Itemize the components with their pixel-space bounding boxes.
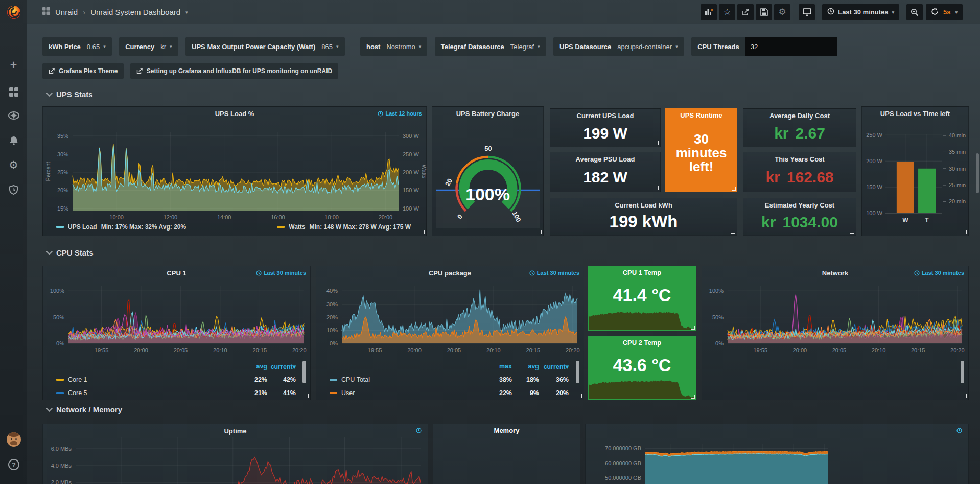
svg-text:0%: 0%: [330, 340, 338, 347]
variable-kwh-price[interactable]: kWh Price0.65▾: [42, 37, 112, 56]
svg-text:20:00: 20:00: [379, 214, 393, 220]
svg-text:4.0 MBs: 4.0 MBs: [51, 463, 72, 469]
legend-scrollbar[interactable]: [576, 361, 579, 383]
svg-text:20:15: 20:15: [526, 347, 541, 353]
breadcrumb-dashboard-title[interactable]: Unraid System Dashboard: [90, 8, 180, 16]
svg-text:250 W: 250 W: [403, 151, 419, 157]
panel-cpu2: Network Last 30 minutes 19:5520:0020:052…: [702, 266, 969, 400]
svg-text:15%: 15%: [57, 205, 68, 212]
link-grafana-plex-theme[interactable]: Grafana Plex Theme: [42, 63, 124, 79]
legend-row[interactable]: [702, 386, 968, 400]
section-ups-stats[interactable]: UPS Stats: [47, 90, 93, 99]
svg-text:20:00: 20:00: [793, 347, 807, 353]
svg-text:150 W: 150 W: [403, 187, 419, 193]
user-avatar[interactable]: [7, 432, 21, 447]
svg-text:30%: 30%: [326, 301, 338, 307]
dashboards-icon[interactable]: [0, 85, 27, 99]
share-button[interactable]: [737, 4, 754, 20]
svg-text:Watts: Watts: [421, 165, 427, 179]
panel-current-ups-load: Current UPS Load 199 W: [550, 108, 661, 147]
link-ups-monitoring-guide[interactable]: Setting up Grafana and InfluxDB for UPS …: [130, 63, 338, 79]
svg-text:20 min: 20 min: [949, 198, 966, 204]
refresh-interval-label: 5s: [943, 8, 950, 16]
cycle-view-mode-button[interactable]: [799, 4, 815, 20]
svg-text:25 min: 25 min: [949, 182, 966, 188]
legend-row[interactable]: User22%9%20%: [316, 386, 584, 400]
panel-cpu1-temp: CPU 1 Temp 41.4 °C: [588, 266, 696, 331]
svg-text:0%: 0%: [56, 340, 64, 347]
svg-text:30 min: 30 min: [949, 166, 966, 172]
stat-value: 199 kWh: [610, 209, 678, 235]
stat-value: 30 minutes left!: [665, 119, 737, 192]
explore-compass-icon[interactable]: [0, 109, 27, 122]
legend-row[interactable]: Core 521%41%: [43, 386, 310, 400]
legend-row[interactable]: [844, 477, 964, 484]
variable-ups-max-capacity[interactable]: UPS Max Output Power Capacity (Watt)865▾: [185, 37, 344, 56]
svg-text:40%: 40%: [326, 288, 338, 294]
panel-current-load-kwh: Current Load kWh 199 kWh: [550, 198, 737, 236]
dashboard-dropdown-caret[interactable]: ▾: [185, 10, 188, 15]
legend-scrollbar[interactable]: [302, 361, 306, 383]
create-plus-icon[interactable]: +: [0, 58, 27, 72]
svg-text:18:00: 18:00: [324, 214, 339, 220]
network-chart[interactable]: 2.0 MBs4.0 MBs6.0 MBs: [43, 424, 429, 484]
server-admin-shield-icon[interactable]: [0, 183, 27, 196]
legend-row[interactable]: Core 122%42%: [43, 373, 310, 386]
variable-host[interactable]: hostNostromo▾: [360, 37, 427, 56]
variable-telegraf-datasource[interactable]: Telegraf DatasourceTelegraf▾: [435, 37, 546, 56]
svg-text:35 min: 35 min: [949, 149, 966, 155]
collapse-chevron-icon: [46, 405, 53, 412]
svg-text:250 W: 250 W: [866, 132, 882, 138]
refresh-picker[interactable]: 5s ▾: [926, 4, 963, 20]
panel-cpu1: CPU 1 Last 30 minutes 19:5520:0020:0520:…: [42, 266, 311, 400]
svg-text:100%: 100%: [50, 288, 64, 294]
ups-load-chart[interactable]: 10:0012:0014:0016:0018:0020:0015%20%25%3…: [43, 107, 427, 237]
svg-text:10:00: 10:00: [109, 214, 124, 220]
svg-text:30%: 30%: [57, 151, 68, 157]
cpu2-temp-sparkline: [589, 336, 695, 400]
star-button[interactable]: ☆: [719, 4, 735, 20]
svg-text:300 W: 300 W: [403, 133, 419, 139]
cpu-threads-input[interactable]: [745, 37, 837, 56]
save-button[interactable]: [756, 4, 772, 20]
page-scrollbar[interactable]: [976, 153, 979, 193]
stat-value: kr1034.00: [761, 209, 838, 235]
add-panel-button[interactable]: [701, 4, 717, 20]
battery-gauge[interactable]: 02050100: [432, 107, 544, 237]
legend-row[interactable]: [702, 373, 968, 386]
svg-text:50%: 50%: [712, 314, 724, 320]
section-network-memory[interactable]: Network / Memory: [47, 405, 122, 414]
alerting-bell-icon[interactable]: [0, 134, 27, 147]
svg-text:20:20: 20:20: [566, 347, 580, 353]
svg-text:40 min: 40 min: [949, 132, 966, 139]
legend-row[interactable]: CPU Total38%18%36%: [316, 373, 584, 386]
svg-text:100 W: 100 W: [403, 205, 419, 212]
panel-memory: 50.000000 GB60.000000 GB70.000000 GB: [585, 424, 969, 484]
legend-ups-load[interactable]: UPS Load Min: 17% Max: 32% Avg: 20%: [56, 223, 186, 231]
load-vs-time-bars[interactable]: 100 W150 W200 W250 W20 min25 min30 min35…: [862, 107, 969, 237]
zoom-out-button[interactable]: [906, 4, 923, 20]
svg-text:20:15: 20:15: [253, 347, 267, 353]
time-range-picker[interactable]: Last 30 minutes ▾: [822, 4, 899, 20]
legend-scrollbar[interactable]: [961, 361, 964, 383]
breadcrumb-folder[interactable]: Unraid: [55, 8, 78, 16]
legend-cpu-package: maxavgcurrent▾ CPU Total38%18%36% User22…: [316, 360, 584, 400]
svg-text:2.0 MBs: 2.0 MBs: [51, 479, 72, 484]
help-icon[interactable]: ?: [8, 459, 19, 470]
variable-currency[interactable]: Currencykr▾: [119, 37, 178, 56]
svg-text:100%: 100%: [709, 288, 724, 294]
configuration-gear-icon[interactable]: ⚙: [0, 158, 27, 172]
grafana-logo-icon[interactable]: [6, 5, 21, 20]
svg-text:T: T: [925, 217, 929, 224]
legend-watts[interactable]: Watts Min: 148 W Max: 278 W Avg: 175 W: [277, 223, 411, 231]
stat-value: kr162.68: [765, 163, 833, 192]
svg-text:150 W: 150 W: [866, 184, 882, 190]
dashboard-settings-gear-icon[interactable]: ⚙: [774, 4, 790, 20]
template-variables-row: kWh Price0.65▾ Currencykr▾ UPS Max Outpu…: [42, 37, 843, 56]
panel-cpu-package: CPU package Last 30 minutes 19:5520:0020…: [316, 266, 584, 400]
svg-text:12:00: 12:00: [164, 214, 178, 220]
variable-ups-datasource[interactable]: UPS Datasourceapcupsd-container▾: [553, 37, 684, 56]
section-cpu-stats[interactable]: CPU Stats: [47, 248, 94, 257]
svg-text:20%: 20%: [326, 314, 338, 320]
legend-row[interactable]: [844, 464, 964, 477]
